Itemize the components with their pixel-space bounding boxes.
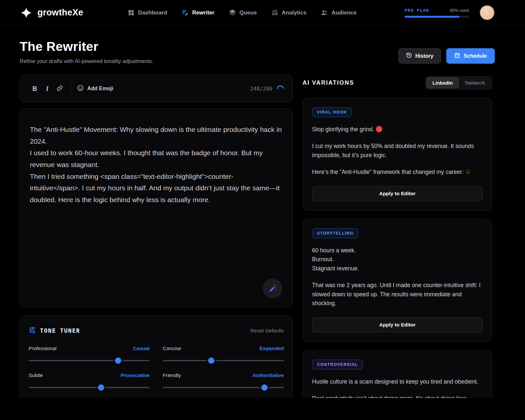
slider-track[interactable]	[163, 387, 284, 388]
nav-label: Analytics	[282, 10, 307, 16]
calendar-icon	[454, 52, 460, 60]
slider-right-label: Casual	[133, 346, 150, 351]
avatar[interactable]	[479, 5, 495, 20]
link-icon	[56, 85, 63, 93]
nav-item-analytics[interactable]: Analytics	[271, 9, 307, 16]
variation-card-controversial: CONTROVERSIAL Hustle culture is a scam d…	[303, 350, 492, 398]
brand-name: growtheXe	[37, 8, 83, 18]
variation-text: I cut my work hours by 50% and doubled m…	[312, 142, 483, 160]
slider-left-label: Concise	[163, 346, 181, 351]
content-area: The Rewriter Refine your drafts with AI-…	[0, 26, 525, 398]
ai-variations-title: AI VARIATIONS	[303, 79, 354, 86]
smiley-icon	[77, 84, 84, 93]
variation-badge: STORYTELLING	[312, 228, 358, 238]
variation-text: Stop glorifying the grind.	[312, 125, 483, 134]
slider-left-label: Subtle	[29, 372, 43, 378]
rewriter-icon	[182, 9, 189, 16]
brand[interactable]: growtheXe	[20, 6, 83, 19]
plan-usage-bar	[405, 16, 469, 18]
nav-label: Queue	[240, 10, 257, 16]
slider-thumb[interactable]	[115, 358, 121, 364]
char-counter: 248/280	[250, 86, 272, 92]
sliders-icon	[29, 326, 36, 335]
add-emoji-label: Add Emoji	[87, 86, 113, 92]
slider-right-label: Authoritative	[252, 372, 284, 378]
tab-twitter-x[interactable]: Twitter/X	[459, 77, 491, 88]
schedule-button[interactable]: Schedule	[446, 48, 495, 64]
variation-text: Here’s the ”Anti-Hustle” framework that …	[312, 168, 483, 177]
tone-tuner-title: TONE TUNER	[40, 327, 80, 334]
history-icon	[406, 52, 412, 60]
dashboard-icon	[128, 9, 135, 16]
analytics-icon	[271, 9, 278, 16]
platform-toggle: LinkedIn Twitter/X	[425, 76, 492, 90]
apply-to-editor-button[interactable]: Apply to Editor	[312, 186, 483, 201]
nav-item-dashboard[interactable]: Dashboard	[128, 9, 167, 16]
loading-spinner-icon	[276, 84, 285, 94]
nav-label: Audience	[331, 10, 357, 16]
queue-icon	[229, 9, 236, 16]
nav-label: Rewriter	[192, 10, 215, 16]
variation-badge: VIRAL HOOK	[312, 107, 352, 117]
italic-button[interactable]: I	[41, 82, 53, 95]
variation-badge: CONTROVERSIAL	[312, 360, 363, 369]
page-header: The Rewriter Refine your drafts with AI-…	[0, 26, 525, 64]
slider-thumb[interactable]	[261, 385, 267, 391]
variation-text: 60 hours a week. Burnout. Stagnant reven…	[312, 246, 483, 273]
plan-usage-fill	[405, 16, 459, 18]
variation-card-viral-hook: VIRAL HOOK Stop glorifying the grind. I …	[303, 98, 492, 211]
variation-text: Real productivity isn’t about doing more…	[312, 394, 483, 398]
slider-concise-expanded: Concise Expanded	[163, 346, 284, 361]
variation-text: Hustle culture is a scam designed to kee…	[312, 377, 483, 386]
editor-toolbar: B I Add Emoji 248/280	[20, 75, 293, 102]
plan-usage-label: 85% used	[450, 8, 469, 13]
slider-right-label: Expanded	[260, 346, 284, 351]
magic-wand-button[interactable]	[263, 279, 283, 298]
audience-icon	[321, 9, 328, 16]
draft-editor[interactable]: The ”Anti-Hustle” Movement: Why slowing …	[20, 108, 293, 307]
nav-menu: Dashboard Rewriter Queue Analytics Audie…	[128, 9, 357, 16]
slider-track[interactable]	[29, 387, 150, 388]
top-navbar: growtheXe Dashboard Rewriter Queue Analy…	[0, 0, 525, 26]
bold-button[interactable]: B	[29, 82, 41, 95]
slider-track[interactable]	[29, 360, 150, 361]
history-button-label: History	[415, 53, 433, 59]
nav-label: Dashboard	[138, 10, 167, 16]
slider-left-label: Professional	[29, 346, 56, 351]
stop-sign-emoji	[376, 126, 382, 132]
slider-thumb[interactable]	[98, 385, 104, 391]
nav-item-audience[interactable]: Audience	[321, 9, 357, 16]
slider-thumb[interactable]	[208, 358, 214, 364]
editor-text[interactable]: The ”Anti-Hustle” Movement: Why slowing …	[30, 124, 283, 206]
plan-usage-widget: PRO PLAN 85% used	[405, 8, 469, 18]
toolbar-divider	[71, 83, 72, 94]
link-button[interactable]	[53, 82, 66, 95]
pointing-down-emoji: ☟	[466, 169, 470, 176]
variation-text: That was me 2 years ago. Until I made on…	[312, 281, 483, 308]
tab-linkedin[interactable]: LinkedIn	[427, 77, 459, 88]
slider-left-label: Friendly	[163, 372, 181, 378]
page-subtitle: Refine your drafts with AI-powered tonal…	[20, 58, 153, 64]
plan-name-label: PRO PLAN	[405, 8, 429, 13]
slider-friendly-authoritative: Friendly Authoritative	[163, 372, 284, 388]
slider-track[interactable]	[163, 360, 284, 361]
variation-card-storytelling: STORYTELLING 60 hours a week. Burnout. S…	[303, 219, 492, 342]
add-emoji-button[interactable]: Add Emoji	[77, 84, 113, 93]
history-button[interactable]: History	[398, 48, 441, 64]
reset-defaults-link[interactable]: Reset Defaults	[250, 328, 284, 334]
slider-subtle-provocative: Subtle Provocative	[29, 372, 150, 388]
nav-item-queue[interactable]: Queue	[229, 9, 257, 16]
slider-professional-casual: Professional Casual	[29, 346, 150, 361]
slider-right-label: Provocative	[121, 372, 150, 378]
page-title: The Rewriter	[20, 39, 153, 54]
tone-tuner-panel: TONE TUNER Reset Defaults Professional C…	[20, 316, 293, 398]
apply-to-editor-button[interactable]: Apply to Editor	[312, 317, 483, 332]
schedule-button-label: Schedule	[464, 53, 487, 59]
nav-item-rewriter[interactable]: Rewriter	[182, 9, 215, 16]
sparkle-logo-icon	[20, 6, 33, 19]
magic-wand-icon	[268, 283, 277, 294]
